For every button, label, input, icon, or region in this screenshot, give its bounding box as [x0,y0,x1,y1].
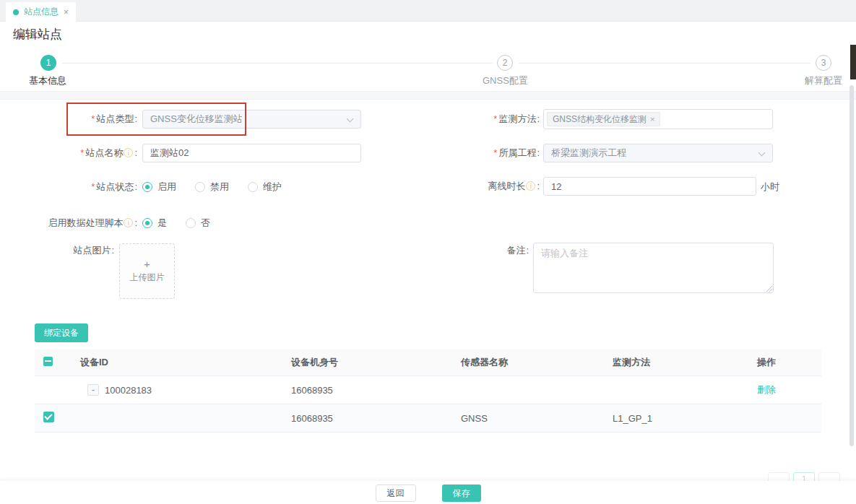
select-all-checkbox[interactable] [43,357,53,366]
collapse-row-icon[interactable]: - [87,384,99,396]
radio-enabled[interactable]: 启用 [142,181,176,194]
table-header-row: 设备ID 设备机身号 传感器名称 监测方法 操作 [35,349,821,376]
radio-dot-icon [186,218,196,228]
header-sensor: 传感器名称 [461,356,613,369]
required-mark: * [91,181,95,192]
bind-device-button[interactable]: 绑定设备 [35,323,88,342]
step-1-circle: 1 [40,55,56,71]
station-image-label: 站点图片: [29,241,114,260]
info-icon: i [124,218,133,227]
offline-duration-input[interactable] [543,177,756,196]
edit-station-page: 站点信息 × 编辑站点 1 2 3 基本信息 GNSS配置 解算配置 *站点类型… [0,0,856,504]
device-id-cell: 100028183 [105,385,152,396]
tab-bar: 站点信息 × [0,0,856,22]
radio-maintenance[interactable]: 维护 [248,181,282,194]
table-row-device: - 100028183 16068935 删除 [35,376,821,404]
project-select[interactable]: 桥梁监测演示工程 [543,144,773,162]
project-label: *所属工程: [433,144,540,162]
page-title: 编辑站点 [13,26,62,43]
data-script-label: 启用数据处理脚本i: [18,214,137,233]
device-table: 设备ID 设备机身号 传感器名称 监测方法 操作 - 100028183 160… [35,349,821,433]
required-mark: * [80,147,84,158]
station-status-radio-group: 启用 禁用 维护 [142,180,282,194]
tab-close-icon[interactable]: × [64,7,69,17]
station-name-label: *站点名称i: [29,144,137,162]
monitor-method-label: *监测方法: [433,110,540,129]
required-mark: * [493,113,497,124]
data-script-radio-group: 是 否 [142,216,210,230]
radio-yes[interactable]: 是 [142,217,167,230]
offline-duration-label: 离线时长i: [433,177,540,196]
monitor-method-tag: GNSS结构变化位移监测 × [547,112,660,126]
serial-cell: 16068935 [291,385,461,396]
station-status-label: *站点状态: [29,178,137,196]
save-button[interactable]: 保存 [442,485,481,502]
delete-link[interactable]: 删除 [757,384,776,395]
chevron-down-icon [758,149,766,157]
row-checkbox-checked[interactable] [43,412,54,422]
tab-label: 站点信息 [24,6,59,18]
footer-action-bar: 返回 保存 [0,481,856,504]
header-action: 操作 [757,356,821,369]
method-cell: L1_GP_1 [613,413,757,424]
required-mark: * [91,113,95,124]
step-3-label: 解算配置 [805,74,842,87]
vertical-scrollbar[interactable] [849,85,854,446]
station-type-value: GNSS变化位移监测站 [150,113,243,124]
active-dot-icon [13,9,19,15]
radio-disabled[interactable]: 禁用 [195,181,229,194]
step-3-circle: 3 [816,55,831,71]
upload-image-button[interactable]: + 上传图片 [119,243,175,299]
tab-station-info[interactable]: 站点信息 × [6,2,76,22]
step-connector-1 [62,63,492,64]
header-serial: 设备机身号 [291,356,461,369]
plus-icon: + [144,259,150,269]
required-mark: * [493,147,497,158]
step-connector-2 [519,63,810,64]
step-2-label: GNSS配置 [483,74,528,87]
station-type-label: *站点类型: [29,110,137,129]
remark-textarea[interactable] [533,243,774,293]
radio-dot-icon [248,182,258,192]
radio-dot-icon [195,182,205,192]
section-divider [0,91,856,100]
step-2-circle: 2 [497,55,513,71]
info-icon: i [526,181,535,191]
header-method: 监测方法 [613,356,757,369]
upload-text: 上传图片 [130,271,165,284]
remark-label: 备注: [477,241,529,260]
radio-dot-icon [142,218,152,228]
radio-no[interactable]: 否 [186,217,210,230]
info-icon: i [124,148,133,157]
radio-dot-icon [142,182,152,192]
sensor-cell: GNSS [461,413,613,424]
step-1-label: 基本信息 [29,74,66,87]
project-value: 桥梁监测演示工程 [551,147,626,158]
table-row-sensor: 16068935 GNSS L1_GP_1 [35,404,821,433]
back-button[interactable]: 返回 [376,485,416,502]
header-device-id: 设备ID [67,356,291,369]
screenshot-edge-artifact [850,45,856,79]
station-name-input[interactable] [142,144,361,162]
tag-remove-icon[interactable]: × [650,110,654,128]
offline-duration-unit: 小时 [761,181,779,194]
monitor-method-multiselect[interactable]: GNSS结构变化位移监测 × [543,109,773,129]
chevron-down-icon [347,116,354,123]
serial-cell: 16068935 [291,413,461,424]
station-type-select[interactable]: GNSS变化位移监测站 [142,110,361,129]
